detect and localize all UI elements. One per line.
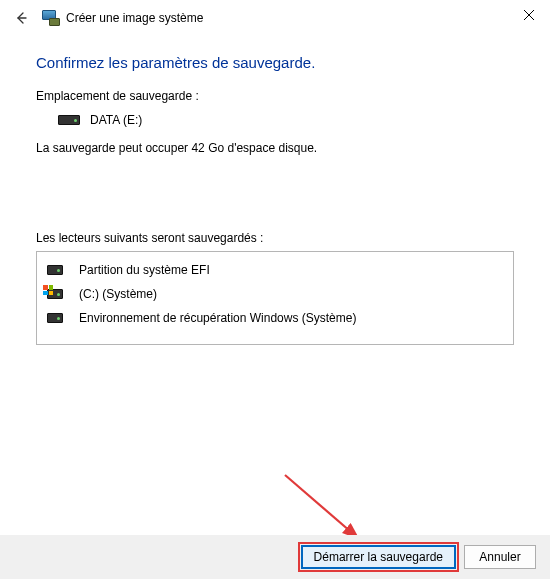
close-icon[interactable]	[522, 8, 536, 22]
page-heading: Confirmez les paramètres de sauvegarde.	[36, 54, 514, 71]
destination-drive-row: DATA (E:)	[58, 113, 514, 127]
drives-list: Partition du système EFI (C:) (Système) …	[36, 251, 514, 345]
hard-drive-icon	[47, 313, 63, 323]
list-item: (C:) (Système)	[45, 282, 505, 306]
hard-drive-icon	[58, 115, 80, 125]
drives-list-label: Les lecteurs suivants seront sauvegardés…	[36, 231, 514, 245]
system-image-icon	[42, 10, 60, 26]
drive-label: Environnement de récupération Windows (S…	[79, 311, 356, 325]
back-arrow-icon[interactable]	[12, 9, 30, 27]
destination-drive-name: DATA (E:)	[90, 113, 142, 127]
footer-bar: Démarrer la sauvegarde Annuler	[0, 535, 550, 579]
cancel-button[interactable]: Annuler	[464, 545, 536, 569]
windows-logo-icon	[43, 285, 53, 295]
drive-label: (C:) (Système)	[79, 287, 157, 301]
backup-size-info: La sauvegarde peut occuper 42 Go d'espac…	[36, 141, 514, 155]
content-area: Confirmez les paramètres de sauvegarde. …	[0, 36, 550, 345]
hard-drive-icon	[47, 289, 63, 299]
hard-drive-icon	[47, 265, 63, 275]
backup-location-label: Emplacement de sauvegarde :	[36, 89, 514, 103]
title-bar: Créer une image système	[0, 0, 550, 36]
drive-label: Partition du système EFI	[79, 263, 210, 277]
list-item: Partition du système EFI	[45, 258, 505, 282]
start-backup-button[interactable]: Démarrer la sauvegarde	[301, 545, 456, 569]
window-title: Créer une image système	[66, 11, 203, 25]
list-item: Environnement de récupération Windows (S…	[45, 306, 505, 330]
svg-line-1	[285, 475, 358, 538]
